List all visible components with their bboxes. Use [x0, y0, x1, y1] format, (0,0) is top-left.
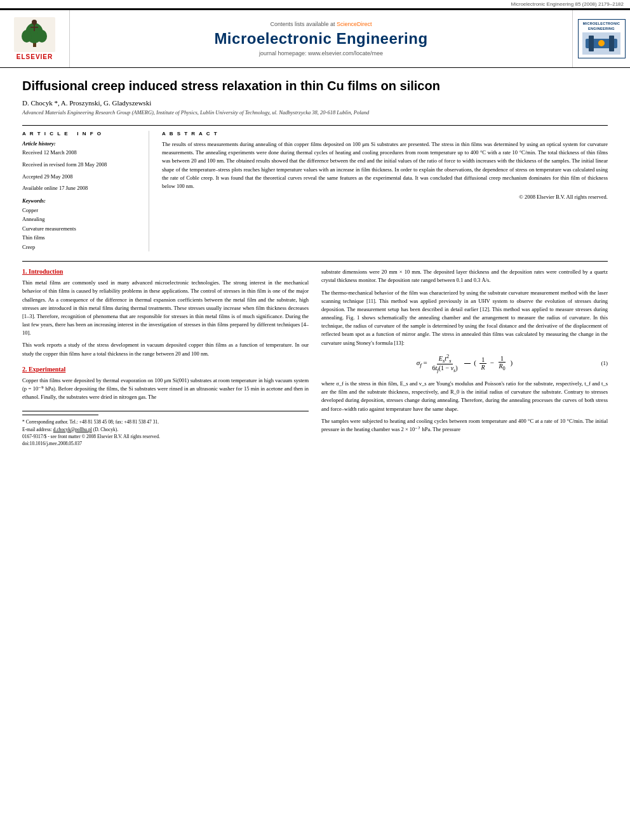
- copyright: © 2008 Elsevier B.V. All rights reserved…: [162, 194, 608, 200]
- abstract-title: A B S T R A C T: [162, 131, 608, 137]
- experimental-p1: Copper thin films were deposited by ther…: [22, 377, 309, 402]
- svg-rect-11: [609, 36, 614, 51]
- article-title: Diffusional creep induced stress relaxat…: [22, 77, 608, 94]
- divider-line: [22, 125, 608, 126]
- svg-point-5: [32, 20, 37, 25]
- formula-number: (1): [601, 360, 608, 366]
- issn-line: 0167-9317/$ - see front matter © 2008 El…: [22, 433, 309, 440]
- intro-heading: 1. Introduction: [22, 268, 309, 275]
- sciencedirect-line: Contents lists available at ScienceDirec…: [270, 21, 372, 27]
- page: Microelectronic Engineering 85 (2008) 21…: [0, 0, 630, 840]
- affiliation: Advanced Materials Engineering Research …: [22, 109, 608, 116]
- formula-frac4: 1 R0: [497, 355, 507, 371]
- mee-logo-icon: [582, 32, 620, 55]
- journal-homepage: journal homepage: www.elsevier.com/locat…: [259, 50, 383, 57]
- svg-rect-10: [589, 36, 594, 51]
- available-date: Available online 17 June 2008: [22, 184, 139, 192]
- main-content: Diffusional creep induced stress relaxat…: [0, 68, 630, 457]
- footnote-email-prefix: E-mail address:: [22, 427, 53, 432]
- keyword-creep: Creep: [22, 243, 139, 251]
- keyword-curvature: Curvature measurements: [22, 224, 139, 233]
- keyword-copper: Copper: [22, 206, 139, 215]
- footnote-star: * Corresponding author. Tel.: +48 81 538…: [22, 418, 309, 425]
- header-center: Contents lists available at ScienceDirec…: [70, 10, 573, 67]
- footnote-email-line: E-mail address: d.chocyk@pollhu.pl (D. C…: [22, 426, 309, 433]
- article-info-title: A R T I C L E I N F O: [22, 131, 139, 137]
- received-date: Received 12 March 2008: [22, 149, 139, 157]
- elsevier-text: ELSEVIER: [14, 53, 55, 60]
- svg-point-4: [37, 30, 47, 43]
- left-column: 1. Introduction Thin metal films are com…: [22, 268, 309, 447]
- svg-point-3: [22, 30, 32, 43]
- journal-title: Microelectronic Engineering: [214, 30, 427, 48]
- elsevier-logo: ELSEVIER: [14, 17, 55, 60]
- right-column: substrate dimensions were 20 mm × 10 mm.…: [321, 268, 608, 447]
- citation-text: Microelectronic Engineering 85 (2008) 21…: [511, 1, 624, 7]
- keyword-annealing: Annealing: [22, 215, 139, 223]
- svg-point-12: [598, 40, 605, 46]
- formula-content: σf = Est2s 6tf(1 − vs) x ( 1 R: [417, 354, 513, 373]
- formula-frac1: Est2s 6tf(1 − vs): [431, 354, 460, 373]
- elsevier-tree-icon: [14, 17, 55, 52]
- received-revised-date: Received in revised form 28 May 2008: [22, 161, 139, 169]
- intro-p2: This work reports a study of the stress …: [22, 341, 309, 357]
- elsevier-logo-container: ELSEVIER: [0, 10, 70, 67]
- sciencedirect-prefix: Contents lists available at: [270, 21, 337, 27]
- accepted-date: Accepted 29 May 2008: [22, 173, 139, 181]
- formula-frac2: x: [464, 356, 471, 371]
- doi-line: doi:10.1016/j.mee.2008.05.037: [22, 440, 309, 447]
- experimental-heading: 2. Experimental: [22, 366, 309, 373]
- authors-text: D. Chocyk *, A. Proszynski, G. Gladyszew…: [22, 99, 151, 107]
- footnote-rule: [22, 415, 98, 415]
- divider-line-2: [22, 261, 608, 262]
- journal-header: ELSEVIER Contents lists available at Sci…: [0, 9, 630, 68]
- right-p1: substrate dimensions were 20 mm × 10 mm.…: [321, 268, 608, 284]
- history-label: Article history:: [22, 140, 139, 147]
- formula-desc: where σ_f is the stress in thin film, E_…: [321, 380, 608, 413]
- citation-bar: Microelectronic Engineering 85 (2008) 21…: [0, 0, 630, 9]
- mee-logo-box: MICROELECTRONICENGINEERING: [578, 19, 626, 58]
- abstract-section: A B S T R A C T The results of stress me…: [162, 131, 608, 251]
- mee-logo-title: MICROELECTRONICENGINEERING: [580, 22, 623, 30]
- body-columns: 1. Introduction Thin metal films are com…: [22, 268, 608, 447]
- intro-p1: Thin metal films are commonly used in ma…: [22, 279, 309, 337]
- info-abstract-row: A R T I C L E I N F O Article history: R…: [22, 131, 608, 251]
- keyword-thinfilms: Thin films: [22, 233, 139, 242]
- keywords-label: Keywords:: [22, 197, 139, 204]
- footnote-email-suffix: (D. Chocyk).: [92, 427, 118, 432]
- footnote-email[interactable]: d.chocyk@pollhu.pl: [53, 427, 92, 432]
- sciencedirect-link: ScienceDirect: [337, 21, 372, 27]
- right-p2: The thermo-mechanical behavior of the fi…: [321, 289, 608, 347]
- abstract-text: The results of stress measurements durin…: [162, 140, 608, 190]
- formula-block: σf = Est2s 6tf(1 − vs) x ( 1 R: [321, 354, 608, 373]
- mee-logo-container: MICROELECTRONICENGINEERING: [573, 10, 630, 67]
- article-info: A R T I C L E I N F O Article history: R…: [22, 131, 149, 251]
- formula-frac3: 1 R: [479, 356, 487, 371]
- authors: D. Chocyk *, A. Proszynski, G. Gladyszew…: [22, 99, 608, 107]
- footer-notes: * Corresponding author. Tel.: +48 81 538…: [22, 411, 309, 447]
- right-p3: The samples were subjected to heating an…: [321, 417, 608, 434]
